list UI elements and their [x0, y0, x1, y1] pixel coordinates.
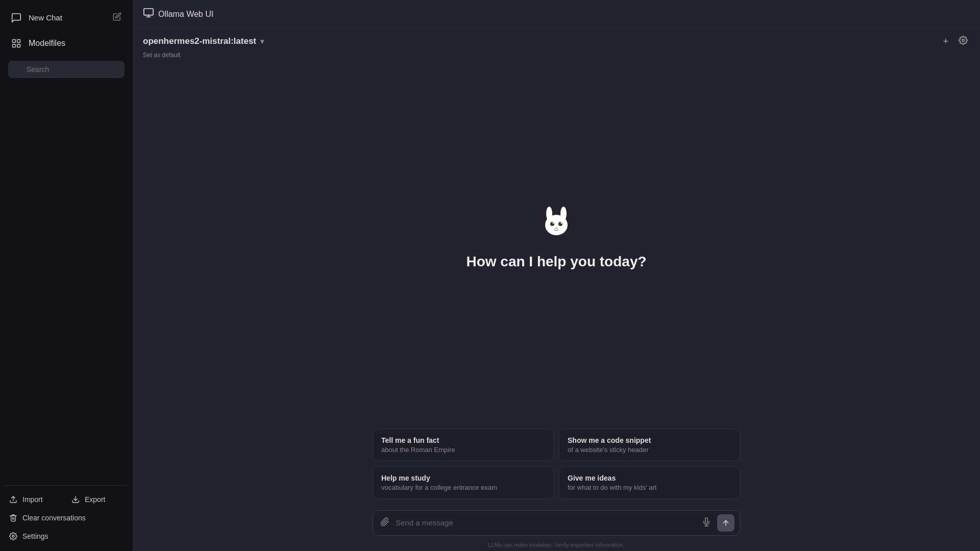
suggestion-title-1: Show me a code snippet: [568, 436, 731, 444]
clear-conversations-button[interactable]: Clear conversations: [4, 509, 129, 527]
welcome-text: How can I help you today?: [466, 254, 646, 270]
suggestion-card-2[interactable]: Help me study vocabulary for a college e…: [373, 466, 554, 499]
svg-rect-2: [13, 44, 16, 47]
suggestion-title-3: Give me ideas: [568, 474, 731, 482]
export-icon: [71, 495, 80, 504]
chat-bubble-icon: [9, 11, 23, 25]
model-dropdown-icon: ▾: [260, 37, 264, 45]
export-button[interactable]: Export: [66, 491, 129, 508]
svg-rect-9: [144, 9, 153, 15]
svg-point-8: [12, 535, 14, 537]
svg-point-20: [555, 227, 558, 229]
microphone-button[interactable]: [700, 515, 713, 531]
svg-rect-0: [13, 40, 16, 43]
suggestions-row-2: Help me study vocabulary for a college e…: [373, 466, 740, 499]
microphone-icon: [702, 517, 711, 527]
import-button[interactable]: Import: [4, 491, 66, 508]
message-input-wrapper: [373, 510, 740, 536]
main-content: Ollama Web UI openhermes2-mistral:latest…: [133, 0, 980, 551]
attach-icon: [380, 517, 389, 527]
suggestion-card-1[interactable]: Show me a code snippet of a website's st…: [559, 429, 740, 461]
modelfiles-label: Modelfiles: [29, 39, 65, 48]
model-selector[interactable]: openhermes2-mistral:latest ▾: [143, 36, 264, 46]
send-icon: [722, 519, 730, 527]
model-add-button[interactable]: +: [941, 35, 950, 48]
model-name: openhermes2-mistral:latest: [143, 36, 256, 46]
disclaimer: LLMs can make mistakes. Verify important…: [133, 539, 980, 551]
sidebar-header: New Chat: [4, 6, 129, 29]
svg-rect-1: [17, 40, 20, 43]
chat-area: How can I help you today?: [456, 64, 656, 423]
app-title-row: Ollama Web UI: [143, 7, 213, 21]
import-icon: [9, 495, 17, 504]
modelfiles-icon: [9, 36, 23, 51]
attach-button[interactable]: [378, 515, 391, 531]
mascot-icon: [536, 203, 577, 243]
svg-point-19: [561, 222, 562, 223]
gear-icon: [959, 36, 968, 45]
sidebar: New Chat Modelfiles: [0, 0, 133, 551]
sidebar-bottom: Import Export Clear conversations: [4, 485, 129, 545]
modelfiles-button[interactable]: Modelfiles: [4, 32, 129, 55]
edit-icon[interactable]: [111, 10, 124, 25]
app-title: Ollama Web UI: [158, 10, 213, 19]
svg-point-15: [545, 215, 568, 235]
new-chat-button[interactable]: New Chat: [9, 11, 62, 25]
svg-point-18: [553, 222, 554, 223]
suggestion-sub-2: vocabulary for a college entrance exam: [381, 484, 545, 491]
export-label: Export: [85, 495, 105, 504]
mascot-container: How can I help you today?: [466, 203, 646, 270]
search-input[interactable]: [8, 61, 125, 78]
input-area: [362, 504, 750, 539]
suggestions-row-1: Tell me a fun fact about the Roman Empir…: [373, 429, 740, 461]
suggestion-title-0: Tell me a fun fact: [381, 436, 545, 444]
model-settings-button[interactable]: [957, 34, 970, 48]
svg-rect-3: [17, 44, 20, 47]
new-chat-label: New Chat: [29, 13, 62, 22]
import-label: Import: [22, 495, 43, 504]
suggestion-sub-0: about the Roman Empire: [381, 446, 545, 454]
settings-icon: [9, 532, 17, 540]
top-bar: Ollama Web UI: [133, 0, 980, 29]
model-actions: +: [941, 34, 970, 48]
suggestion-sub-3: for what to do with my kids' art: [568, 484, 731, 491]
chat-content-wrapper: How can I help you today?: [133, 64, 980, 423]
send-button[interactable]: [717, 514, 734, 532]
svg-point-12: [962, 39, 965, 42]
app-icon: [143, 7, 154, 21]
settings-label: Settings: [22, 532, 48, 540]
message-input[interactable]: [396, 514, 696, 532]
chat-history: [4, 84, 129, 485]
trash-icon: [9, 514, 17, 522]
suggestion-title-2: Help me study: [381, 474, 545, 482]
suggestion-sub-1: of a website's sticky header: [568, 446, 731, 454]
import-export-row: Import Export: [4, 491, 129, 508]
clear-label: Clear conversations: [22, 514, 86, 522]
suggestion-card-3[interactable]: Give me ideas for what to do with my kid…: [559, 466, 740, 499]
model-bar: openhermes2-mistral:latest ▾ +: [133, 29, 980, 51]
set-as-default[interactable]: Set as default: [133, 51, 980, 64]
settings-button[interactable]: Settings: [4, 528, 129, 545]
search-container: [8, 61, 125, 78]
search-wrapper: [4, 59, 129, 80]
suggestions-area: Tell me a fun fact about the Roman Empir…: [362, 423, 750, 504]
suggestion-card-0[interactable]: Tell me a fun fact about the Roman Empir…: [373, 429, 554, 461]
